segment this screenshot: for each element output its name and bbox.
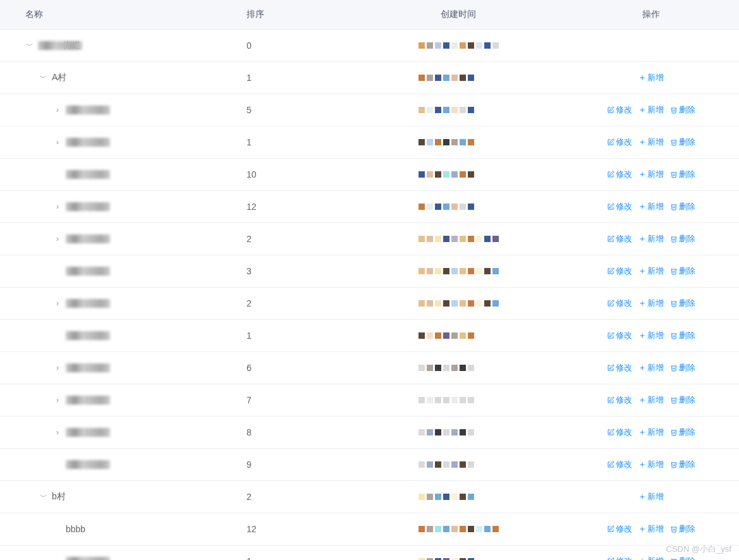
sort-value: 8 bbox=[240, 417, 354, 449]
table-row: 3修改新增删除 bbox=[0, 255, 739, 288]
chevron-right-icon[interactable]: › bbox=[53, 202, 62, 211]
chevron-right-icon[interactable]: › bbox=[53, 396, 62, 405]
obscured-name bbox=[66, 138, 110, 147]
add-button[interactable]: 新增 bbox=[638, 201, 664, 212]
chevron-down-icon[interactable]: ﹀ bbox=[39, 492, 48, 501]
sort-value: 2 bbox=[240, 481, 354, 513]
actions-cell: 修改新增删除 bbox=[563, 352, 739, 384]
chevron-right-icon[interactable]: › bbox=[53, 363, 62, 372]
add-button[interactable]: 新增 bbox=[638, 556, 664, 560]
actions-cell: 新增 bbox=[563, 481, 739, 513]
obscured-name bbox=[38, 41, 82, 50]
edit-button[interactable]: 修改 bbox=[607, 556, 632, 560]
delete-button[interactable]: 删除 bbox=[670, 104, 695, 116]
delete-button[interactable]: 删除 bbox=[670, 427, 695, 438]
table-row: ›6修改新增删除 bbox=[0, 352, 739, 384]
delete-button[interactable]: 删除 bbox=[670, 362, 695, 374]
obscured-time bbox=[418, 268, 499, 274]
chevron-down-icon[interactable]: ﹀ bbox=[25, 41, 34, 50]
add-button[interactable]: 新增 bbox=[638, 233, 664, 245]
obscured-name bbox=[66, 106, 110, 114]
delete-label: 删除 bbox=[679, 265, 695, 277]
delete-label: 删除 bbox=[679, 556, 695, 560]
actions-cell: 修改新增删除 bbox=[563, 255, 739, 288]
chevron-down-icon[interactable]: ﹀ bbox=[39, 73, 48, 82]
add-button[interactable]: 新增 bbox=[638, 394, 664, 406]
delete-label: 删除 bbox=[679, 233, 695, 245]
actions-cell: 修改新增删除 bbox=[563, 417, 739, 449]
actions-cell: 修改新增删除 bbox=[563, 513, 739, 545]
delete-button[interactable]: 删除 bbox=[670, 556, 695, 560]
add-button[interactable]: 新增 bbox=[638, 459, 664, 470]
add-label: 新增 bbox=[647, 556, 664, 560]
delete-button[interactable]: 删除 bbox=[670, 265, 695, 277]
sort-value: 6 bbox=[240, 352, 354, 384]
delete-button[interactable]: 删除 bbox=[670, 233, 695, 245]
name-cell: › bbox=[6, 106, 234, 114]
edit-button[interactable]: 修改 bbox=[607, 298, 632, 309]
table-body: ﹀街道0﹀A村1新增›5修改新增删除›1修改新增删除10修改新增删除›12修改新… bbox=[0, 30, 739, 561]
name-cell bbox=[6, 331, 234, 340]
delete-icon bbox=[670, 203, 678, 210]
add-button[interactable]: 新增 bbox=[638, 491, 664, 502]
edit-button[interactable]: 修改 bbox=[607, 523, 632, 535]
add-icon bbox=[638, 203, 646, 210]
delete-icon bbox=[670, 364, 678, 372]
table-row: 9修改新增删除 bbox=[0, 449, 739, 481]
add-label: 新增 bbox=[647, 233, 664, 245]
delete-button[interactable]: 删除 bbox=[670, 201, 695, 212]
edit-button[interactable]: 修改 bbox=[607, 201, 632, 212]
delete-icon bbox=[670, 332, 678, 339]
row-name: b村 bbox=[52, 491, 66, 502]
edit-button[interactable]: 修改 bbox=[607, 330, 632, 341]
delete-button[interactable]: 删除 bbox=[670, 330, 695, 341]
chevron-right-icon[interactable]: › bbox=[53, 106, 62, 114]
chevron-right-icon[interactable]: › bbox=[53, 428, 62, 437]
add-button[interactable]: 新增 bbox=[638, 298, 664, 309]
edit-button[interactable]: 修改 bbox=[607, 459, 632, 470]
edit-button[interactable]: 修改 bbox=[607, 362, 632, 374]
add-button[interactable]: 新增 bbox=[638, 427, 664, 438]
delete-button[interactable]: 删除 bbox=[670, 137, 695, 148]
delete-button[interactable]: 删除 bbox=[670, 298, 695, 309]
edit-label: 修改 bbox=[616, 265, 632, 277]
edit-button[interactable]: 修改 bbox=[607, 137, 632, 148]
delete-button[interactable]: 删除 bbox=[670, 459, 695, 470]
sort-value: 9 bbox=[240, 449, 354, 481]
add-button[interactable]: 新增 bbox=[638, 104, 664, 116]
delete-icon bbox=[670, 461, 678, 468]
chevron-right-icon[interactable]: › bbox=[53, 299, 62, 308]
add-button[interactable]: 新增 bbox=[638, 330, 664, 341]
add-icon bbox=[638, 493, 646, 501]
edit-icon bbox=[607, 332, 614, 339]
add-button[interactable]: 新增 bbox=[638, 72, 664, 83]
edit-button[interactable]: 修改 bbox=[607, 233, 632, 245]
chevron-right-icon[interactable]: › bbox=[53, 234, 62, 243]
delete-button[interactable]: 删除 bbox=[670, 394, 695, 406]
table-row: 10修改新增删除 bbox=[0, 159, 739, 191]
chevron-right-icon[interactable]: › bbox=[53, 557, 62, 560]
delete-label: 删除 bbox=[679, 330, 695, 341]
chevron-right-icon[interactable]: › bbox=[53, 138, 62, 147]
table-row: ﹀街道0 bbox=[0, 30, 739, 62]
delete-button[interactable]: 删除 bbox=[670, 169, 695, 180]
expand-placeholder bbox=[53, 525, 62, 533]
table-row: ›8修改新增删除 bbox=[0, 417, 739, 449]
expand-placeholder bbox=[53, 170, 62, 179]
edit-button[interactable]: 修改 bbox=[607, 104, 632, 116]
add-button[interactable]: 新增 bbox=[638, 362, 664, 374]
delete-icon bbox=[670, 300, 678, 307]
tree-table: 名称 排序 创建时间 操作 ﹀街道0﹀A村1新增›5修改新增删除›1修改新增删除… bbox=[0, 0, 739, 560]
edit-button[interactable]: 修改 bbox=[607, 265, 632, 277]
add-button[interactable]: 新增 bbox=[638, 523, 664, 535]
add-button[interactable]: 新增 bbox=[638, 137, 664, 148]
add-button[interactable]: 新增 bbox=[638, 169, 664, 180]
edit-button[interactable]: 修改 bbox=[607, 169, 632, 180]
name-cell bbox=[6, 170, 234, 179]
sort-value: 0 bbox=[240, 30, 354, 62]
delete-button[interactable]: 删除 bbox=[670, 523, 695, 535]
edit-button[interactable]: 修改 bbox=[607, 394, 632, 406]
add-button[interactable]: 新增 bbox=[638, 265, 664, 277]
edit-icon bbox=[607, 203, 614, 210]
edit-button[interactable]: 修改 bbox=[607, 427, 632, 438]
